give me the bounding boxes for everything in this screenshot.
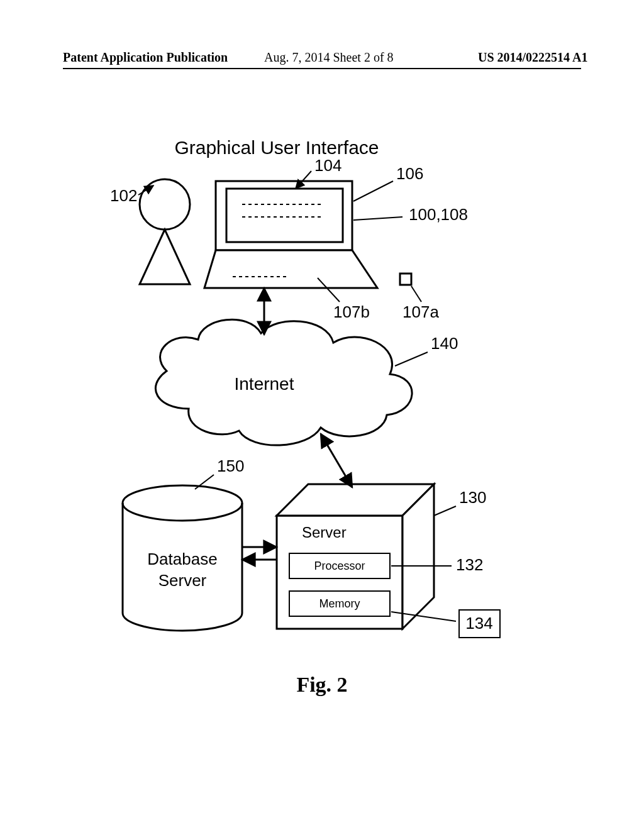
connection-cloud-server bbox=[321, 434, 352, 487]
ref-132: 132 bbox=[456, 555, 483, 574]
svg-line-16 bbox=[434, 506, 456, 516]
database-label-line1: Database bbox=[147, 550, 217, 568]
system-architecture-diagram: Graphical User Interface bbox=[0, 113, 644, 656]
ref-106: 106 bbox=[396, 164, 423, 183]
ref-140: 140 bbox=[431, 334, 458, 353]
header-publication-number: US 2014/0222514 A1 bbox=[478, 50, 587, 65]
header-date-sheet: Aug. 7, 2014 Sheet 2 of 8 bbox=[264, 50, 394, 65]
ref-102: 102 bbox=[110, 186, 137, 205]
ref-100-108: 100,108 bbox=[409, 205, 468, 224]
processor-label: Processor bbox=[314, 560, 365, 572]
internet-label: Internet bbox=[235, 374, 294, 394]
ref-104: 104 bbox=[314, 156, 341, 175]
svg-point-0 bbox=[140, 179, 190, 230]
server-label: Server bbox=[302, 524, 347, 541]
ref-150: 150 bbox=[217, 456, 244, 475]
ref-107a: 107a bbox=[402, 302, 439, 321]
svg-line-13 bbox=[411, 286, 421, 302]
ref-134: 134 bbox=[465, 614, 492, 633]
memory-label: Memory bbox=[319, 597, 360, 610]
laptop-icon bbox=[204, 181, 377, 288]
svg-line-10 bbox=[353, 181, 393, 201]
media-icon bbox=[400, 274, 411, 285]
header-rule bbox=[63, 68, 581, 69]
svg-point-4 bbox=[123, 485, 242, 521]
svg-line-11 bbox=[353, 217, 402, 220]
user-icon bbox=[140, 179, 190, 284]
header-publication-type: Patent Application Publication bbox=[63, 50, 228, 65]
ref-107b: 107b bbox=[333, 302, 370, 321]
ref-130: 130 bbox=[459, 488, 486, 507]
svg-line-14 bbox=[395, 352, 428, 366]
database-label-line2: Server bbox=[158, 571, 207, 590]
figure-caption: Fig. 2 bbox=[0, 673, 644, 697]
diagram-title: Graphical User Interface bbox=[174, 137, 379, 158]
